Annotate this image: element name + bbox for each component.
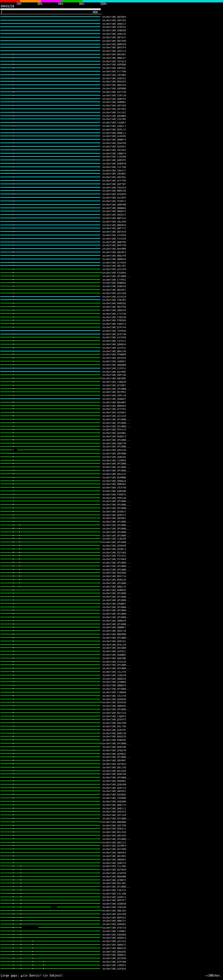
hit-label[interactable]: UniRef100_A2DN38 [103,902,126,905]
alignment-bar[interactable] [0,272,100,273]
alignment-row[interactable]: UniRef100_B6KDD6 [0,821,223,824]
alignment-bar[interactable] [0,965,100,966]
hit-label[interactable]: UniRef100_B4GJ90 [103,722,126,724]
alignment-bar[interactable] [0,883,100,883]
alignment-bar[interactable] [0,484,100,484]
alignment-bar[interactable] [0,607,100,607]
alignment-row[interactable]: UniRef100_A2EPL5 [0,896,223,899]
hit-label[interactable]: UniRef100_C1BLR9 [103,538,126,540]
alignment-row[interactable]: UniRef100_Q7QA70 [0,749,223,752]
alignment-bar[interactable] [0,504,100,505]
hit-label[interactable]: UniRef100_UP1000... [103,462,130,465]
hit-label[interactable]: UniRef100_C5PC16 [103,94,126,97]
alignment-row[interactable]: UniRef100_Q4DJG3 [0,810,223,813]
alignment-bar[interactable] [0,705,100,706]
hit-label[interactable]: UniRef100_A7F7G9 [103,180,126,182]
hit-label[interactable]: UniRef100_A3FQ11 [103,650,126,653]
hit-label[interactable]: UniRef100_A9T2B3 [103,108,126,111]
hit-label[interactable]: UniRef100_B5DGJ6 [103,579,126,581]
hit-label[interactable]: UniRef100_Q9Y8W8 [103,452,126,455]
hit-label[interactable]: UniRef100_UP1000... [103,595,130,598]
alignment-bar[interactable] [0,409,100,409]
alignment-bar[interactable] [0,722,100,723]
alignment-row[interactable]: UniRef100_C7Z738 [0,312,223,316]
hit-label[interactable]: UniRef100_C5L2T8 [103,671,126,673]
alignment-row[interactable]: UniRef100_Q0WLE7 [0,56,223,60]
alignment-bar[interactable] [0,552,100,553]
alignment-row[interactable]: UniRef100_Q6FTJ2 [0,227,223,230]
alignment-row[interactable]: UniRef100_P36504 [0,319,223,322]
alignment-bar[interactable] [0,190,100,191]
hit-label[interactable]: UniRef100_P21531 [103,555,126,557]
hit-label[interactable]: UniRef100_UP1000... [103,562,130,564]
hit-label[interactable]: UniRef100_Q9S9E3 [103,251,126,254]
alignment-bar[interactable] [0,51,100,51]
alignment-bar[interactable] [0,746,100,747]
hit-label[interactable]: UniRef100_A21419 [103,415,126,417]
alignment-bar[interactable] [0,105,100,106]
hit-label[interactable]: UniRef100_UP1000... [103,500,130,503]
hit-label[interactable]: UniRef100_Q8WQ19 [103,684,126,687]
alignment-bar[interactable] [0,514,100,515]
alignment-bar[interactable] [0,320,100,321]
alignment-bar[interactable] [0,937,100,938]
alignment-bar[interactable] [0,296,100,297]
alignment-bar[interactable] [0,54,100,54]
hit-label[interactable]: UniRef100_P36504 [103,319,126,322]
hit-label[interactable]: UniRef100_A0FKE2 [103,790,126,792]
alignment-bar[interactable] [0,671,100,672]
alignment-row[interactable]: UniRef100_C5Y6Z9 [0,234,223,237]
alignment-bar[interactable] [0,337,100,337]
alignment-bar[interactable] [0,108,100,109]
alignment-row[interactable]: UniRef100_B5DGJ6 [0,578,223,582]
hit-label[interactable]: UniRef100_A9SGY2 [103,213,126,216]
hit-label[interactable]: UniRef100_Q7X748 [103,333,126,336]
alignment-row[interactable]: UniRef100_C5L2T8 [0,670,223,674]
alignment-bar[interactable] [0,880,100,880]
alignment-row[interactable]: UniRef100_C4Y5L2 [0,339,223,343]
alignment-bar[interactable] [0,644,100,645]
alignment-row[interactable]: UniRef100_UP1000... [0,885,223,889]
alignment-row[interactable]: UniRef100_A4RQG7 [0,360,223,363]
alignment-row[interactable]: UniRef100_B2Y124 [0,711,223,715]
alignment-bar[interactable] [0,593,100,593]
alignment-row[interactable]: UniRef100_UP1000... [0,530,223,534]
hit-label[interactable]: UniRef100_A8XVE4 [103,851,126,854]
alignment-bar[interactable] [0,460,100,461]
alignment-row[interactable]: UniRef100_C6PL18 [0,394,223,397]
hit-label[interactable]: UniRef100_A5BHZ0 [103,29,126,32]
alignment-bar[interactable] [0,385,100,385]
alignment-bar[interactable] [0,361,100,361]
alignment-row[interactable]: UniRef100_A1YE31 [0,346,223,350]
alignment-bar[interactable] [0,821,100,822]
hit-label[interactable]: UniRef100_B4N1H6 [103,746,126,748]
hit-label[interactable]: UniRef100_UP1000... [103,466,130,469]
alignment-row[interactable]: UniRef100_B4KIV8 [0,772,223,776]
alignment-bar[interactable] [0,340,100,341]
hit-label[interactable]: UniRef100_UP1000... [103,531,130,534]
alignment-bar[interactable] [0,132,100,133]
alignment-row[interactable]: UniRef100_Q68ES9 [0,677,223,681]
hit-label[interactable]: UniRef100_Q4P787 [103,183,126,186]
alignment-bar[interactable] [0,695,100,696]
alignment-bar[interactable] [0,603,100,604]
hit-label[interactable]: UniRef100_B3L5N1 [103,882,126,885]
alignment-row[interactable]: UniRef100_UP1000... [0,636,223,640]
hit-label[interactable]: UniRef100_Q4DJN6 [103,657,126,660]
hit-label[interactable]: UniRef100_Q5DF33 [103,862,126,865]
alignment-row[interactable]: UniRef100_B4KD01 [0,780,223,783]
alignment-row[interactable]: UniRef100_Q5CQB0 [0,646,223,650]
alignment-row[interactable]: UniRef100_Q55DQ2 [0,793,223,797]
alignment-row[interactable]: UniRef100_B4N1H6 [0,745,223,749]
hit-label[interactable]: UniRef100_Q35Z10 [103,449,126,452]
alignment-bar[interactable] [0,126,100,126]
alignment-bar[interactable] [0,862,100,863]
hit-label[interactable]: UniRef100_B9WCL1 [103,132,126,135]
alignment-row[interactable]: UniRef100_Q4N2B1 [0,923,223,926]
alignment-row[interactable]: UniRef100_Q9V9M7 [0,759,223,762]
alignment-row[interactable]: UniRef100_C5KJY4 [0,889,223,892]
hit-label[interactable]: UniRef100_A2VD81 [103,411,126,414]
alignment-row[interactable]: UniRef100_A6B7P5 [0,97,223,101]
alignment-row[interactable]: UniRef100_B2B0T8 [0,162,223,165]
alignment-bar[interactable] [0,211,100,212]
